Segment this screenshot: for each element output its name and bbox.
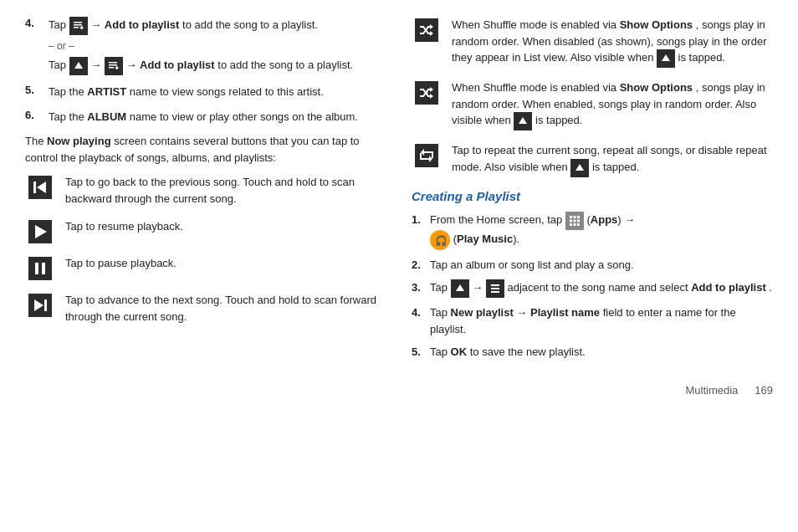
playlist-icon-2 <box>105 57 123 75</box>
svg-marker-38 <box>456 284 464 291</box>
svg-rect-41 <box>491 291 499 293</box>
playlist-step-1: 1. From the Home screen, tap <box>412 212 773 250</box>
playlist-step-1-num: 1. <box>412 212 427 228</box>
next-song-icon <box>28 294 52 317</box>
svg-rect-31 <box>570 219 572 222</box>
step-4-block: 4. Tap → Add to playlist to add the song… <box>25 17 386 75</box>
repeat-icon-col <box>412 142 442 167</box>
step4-before: Tap <box>430 306 451 319</box>
step5-after: to save the new playlist. <box>470 345 586 358</box>
svg-rect-29 <box>573 216 575 218</box>
prev-song-desc: Tap to go back to the previous song. Tou… <box>65 174 386 207</box>
step-4-bold1: Add to playlist <box>105 18 180 31</box>
step2-text: Tap an album or song list and play a son… <box>430 258 634 271</box>
shuffle-disabled-icon <box>415 18 438 42</box>
now-playing-bold: Now playing <box>47 135 111 147</box>
playlist-step-3-num: 3. <box>412 279 427 296</box>
svg-marker-17 <box>34 299 43 311</box>
step3-menu-icon <box>486 279 504 298</box>
svg-marker-12 <box>37 182 46 193</box>
svg-rect-28 <box>570 216 572 218</box>
svg-rect-11 <box>33 182 36 193</box>
step-5-number: 5. <box>25 84 42 96</box>
svg-rect-39 <box>491 284 499 286</box>
step-5-block: 5. Tap the ARTIST name to view songs rel… <box>25 84 386 100</box>
footer-section: Multimedia <box>685 384 738 396</box>
playlist-step-3: 3. Tap → adjacent to the song <box>412 279 773 298</box>
step3-before: Tap <box>430 281 451 294</box>
svg-rect-2 <box>74 27 79 28</box>
pause-desc: Tap to pause playback. <box>65 255 386 272</box>
step3-bold: Add to playlist <box>691 281 766 294</box>
svg-rect-15 <box>42 263 45 274</box>
step-4-text: Tap → Add to playlist to add the song to… <box>49 17 353 75</box>
svg-rect-0 <box>74 22 82 23</box>
shuffle-enabled-row: When Shuffle mode is enabled via Show Op… <box>412 79 773 130</box>
svg-rect-16 <box>44 299 47 311</box>
left-column: 4. Tap → Add to playlist to add the song… <box>25 17 386 367</box>
step4-arrow: → <box>516 306 530 319</box>
shuffle-enabled-desc: When Shuffle mode is enabled via Show Op… <box>452 79 773 130</box>
shuffle-disabled-icon-col <box>412 17 442 42</box>
svg-rect-34 <box>570 223 572 226</box>
pause-row: Tap to pause playback. <box>25 255 386 280</box>
step5-bold: OK <box>451 345 468 358</box>
step-5-text: Tap the ARTIST name to view songs relate… <box>49 84 324 100</box>
step4-bold2: Playlist name <box>530 306 600 319</box>
svg-point-23 <box>425 91 428 95</box>
step-4-bold2: Add to playlist <box>140 59 215 71</box>
playlist-step-2-text: Tap an album or song list and play a son… <box>430 257 634 274</box>
pause-icon-col <box>25 255 55 280</box>
svg-rect-7 <box>109 64 117 66</box>
svg-rect-35 <box>573 223 575 226</box>
repeat-up-icon <box>570 159 589 177</box>
shuffle1-end: is tapped. <box>678 51 725 64</box>
step-4-arrow1: → <box>90 18 105 31</box>
shuffle-disabled-desc: When Shuffle mode is enabled via Show Op… <box>452 17 773 68</box>
shuffle1-bold: Show Options <box>620 18 693 31</box>
step-4-arrow2: → <box>90 59 105 71</box>
shuffle2-bold: Show Options <box>620 81 693 94</box>
creating-playlist-title: Creating a Playlist <box>412 189 773 203</box>
step5-before: Tap <box>430 345 451 358</box>
para-text-before: The <box>25 135 47 147</box>
next-icon-col <box>25 292 55 317</box>
apps-grid-icon <box>565 212 584 230</box>
svg-rect-36 <box>577 223 580 226</box>
svg-rect-4 <box>79 28 83 29</box>
svg-rect-1 <box>74 24 82 26</box>
step-6-bold: ALBUM <box>87 110 126 123</box>
svg-marker-5 <box>74 62 83 69</box>
svg-rect-6 <box>109 62 117 64</box>
step-4-number: 4. <box>25 17 42 29</box>
playlist-step-1-text: From the Home screen, tap <box>430 212 635 250</box>
repeat-icon <box>415 144 438 167</box>
footer-page-number: 169 <box>755 384 773 396</box>
playlist-steps: 1. From the Home screen, tap <box>412 212 773 361</box>
shuffle1-up-icon <box>657 49 675 68</box>
step-4-tap2: Tap <box>49 59 69 71</box>
play-desc: Tap to resume playback. <box>65 218 386 235</box>
svg-rect-33 <box>577 219 580 222</box>
step1-play-music-label: (Play Music). <box>453 233 520 245</box>
up-arrow-icon <box>69 57 88 75</box>
next-desc: Tap to advance to the next song. Touch a… <box>65 292 386 325</box>
step-5-after: name to view songs related to this artis… <box>130 85 324 98</box>
svg-marker-20 <box>662 54 670 61</box>
playlist-step-4-num: 4. <box>412 304 427 321</box>
playlist-step-5-text: Tap OK to save the new playlist. <box>430 344 586 361</box>
shuffle-disabled-row: When Shuffle mode is enabled via Show Op… <box>412 17 773 68</box>
shuffle-enabled-icon-col <box>412 79 442 105</box>
prev-icon-col <box>25 174 55 199</box>
playlist-step-4: 4. Tap New playlist → Playlist name fiel… <box>412 304 773 337</box>
playlist-step-3-text: Tap → adjacent to the song name and sele… <box>430 279 772 298</box>
play-icon-col <box>25 218 55 243</box>
playlist-add-icon <box>69 17 88 35</box>
playlist-step-2: 2. Tap an album or song list and play a … <box>412 257 773 274</box>
shuffle-enabled-icon <box>415 81 438 105</box>
svg-rect-32 <box>573 219 575 222</box>
step-6-before: Tap the <box>49 110 87 123</box>
svg-rect-8 <box>109 67 114 69</box>
playlist-step-5-num: 5. <box>412 344 427 361</box>
repeat-desc: Tap to repeat the current song, repeat a… <box>452 142 773 177</box>
